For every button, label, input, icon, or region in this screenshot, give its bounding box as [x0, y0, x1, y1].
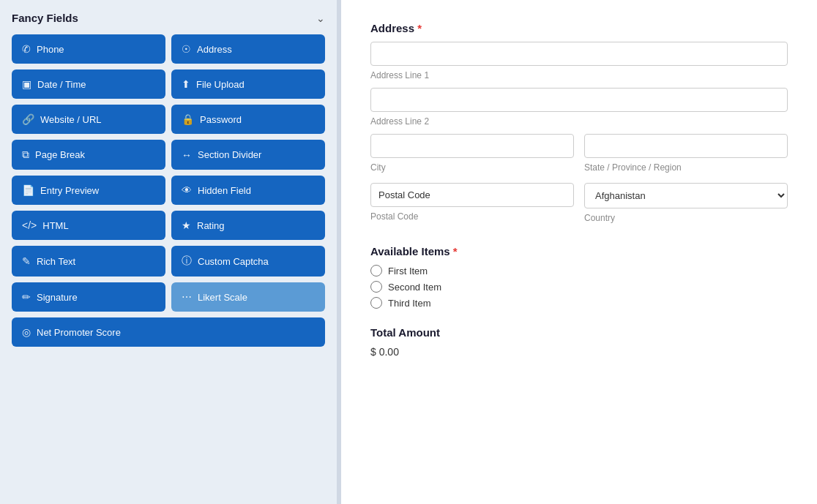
fileupload-icon: ⬆: [182, 78, 190, 90]
fileupload-button[interactable]: ⬆File Upload: [171, 69, 325, 99]
richtext-button[interactable]: ✎Rich Text: [12, 246, 165, 277]
sectiondivider-label: Section Divider: [198, 149, 261, 160]
total-amount-value: $ 0.00: [370, 346, 788, 358]
signature-label: Signature: [37, 292, 78, 303]
phone-icon: ✆: [22, 43, 31, 55]
radio-label-item2: Second Item: [388, 282, 441, 293]
signature-button[interactable]: ✏Signature: [12, 282, 165, 312]
radio-label-item3: Third Item: [388, 298, 431, 309]
pagebreak-button[interactable]: ⧉Page Break: [12, 140, 165, 170]
radio-item-item2: Second Item: [370, 281, 788, 293]
phone-button[interactable]: ✆Phone: [12, 34, 165, 64]
websiteurl-label: Website / URL: [40, 114, 102, 125]
datetime-label: Date / Time: [37, 79, 86, 90]
address-section: Address * Address Line 1 Address Line 2 …: [370, 22, 788, 230]
state-input[interactable]: [584, 134, 788, 158]
entrypreview-label: Entry Preview: [40, 185, 99, 196]
entrypreview-icon: 📄: [22, 184, 34, 196]
hiddenfield-label: Hidden Field: [198, 185, 251, 196]
postal-code-input[interactable]: [370, 183, 574, 207]
fileupload-label: File Upload: [196, 79, 245, 90]
datetime-icon: ▣: [22, 78, 31, 90]
panel-header: Fancy Fields ⌄: [12, 12, 325, 24]
address-label: Address: [197, 44, 232, 55]
entrypreview-button[interactable]: 📄Entry Preview: [12, 176, 165, 205]
fields-grid: ✆Phone☉Address▣Date / Time⬆File Upload🔗W…: [12, 34, 325, 347]
richtext-label: Rich Text: [37, 256, 75, 267]
html-icon: </>: [22, 219, 37, 231]
rating-button[interactable]: ★Rating: [171, 211, 325, 240]
address-line1-input[interactable]: [370, 42, 788, 66]
likertscale-button[interactable]: ⋯Likert Scale: [171, 282, 325, 312]
city-hint: City: [370, 162, 574, 173]
websiteurl-button[interactable]: 🔗Website / URL: [12, 105, 165, 134]
netpromoter-label: Net Promoter Score: [37, 327, 121, 338]
address-line2-hint: Address Line 2: [370, 116, 788, 127]
left-panel: Fancy Fields ⌄ ✆Phone☉Address▣Date / Tim…: [0, 0, 337, 504]
panel-title: Fancy Fields: [12, 12, 78, 24]
state-col: State / Province / Region: [584, 134, 788, 180]
city-input[interactable]: [370, 134, 574, 158]
customcaptcha-icon: ⓘ: [182, 255, 192, 268]
country-col: Afghanistan Albania Algeria United State…: [584, 183, 788, 230]
address-line1-hint: Address Line 1: [370, 70, 788, 80]
country-hint: Country: [584, 213, 788, 223]
radio-item-item3: Third Item: [370, 297, 788, 309]
richtext-icon: ✎: [22, 255, 31, 267]
sectiondivider-button[interactable]: ↔Section Divider: [171, 140, 325, 170]
radio-item3[interactable]: [370, 297, 382, 309]
signature-icon: ✏: [22, 291, 31, 303]
sectiondivider-icon: ↔: [182, 149, 192, 161]
state-hint: State / Province / Region: [584, 162, 788, 173]
likertscale-icon: ⋯: [182, 291, 192, 303]
right-panel: Address * Address Line 1 Address Line 2 …: [341, 0, 817, 504]
html-button[interactable]: </>HTML: [12, 211, 165, 240]
available-required-star: *: [453, 245, 458, 257]
html-label: HTML: [42, 220, 68, 231]
phone-label: Phone: [37, 44, 64, 55]
radio-label-item1: First Item: [388, 266, 428, 277]
customcaptcha-button[interactable]: ⓘCustom Captcha: [171, 246, 325, 277]
city-col: City: [370, 134, 574, 180]
total-amount-section: Total Amount $ 0.00: [370, 326, 788, 358]
customcaptcha-label: Custom Captcha: [198, 256, 269, 267]
hiddenfield-button[interactable]: 👁Hidden Field: [171, 176, 325, 205]
available-items-section: Available Items * First ItemSecond ItemT…: [370, 245, 788, 309]
pagebreak-icon: ⧉: [22, 148, 29, 161]
postal-col: Postal Code: [370, 183, 574, 230]
country-select[interactable]: Afghanistan Albania Algeria United State…: [584, 183, 788, 208]
postal-country-row: Postal Code Afghanistan Albania Algeria …: [370, 183, 788, 230]
address-line2-input[interactable]: [370, 88, 788, 112]
address-button[interactable]: ☉Address: [171, 34, 325, 64]
netpromoter-icon: ◎: [22, 326, 31, 338]
password-icon: 🔒: [182, 113, 194, 125]
address-label: Address *: [370, 22, 788, 34]
city-state-row: City State / Province / Region: [370, 134, 788, 180]
likertscale-label: Likert Scale: [198, 292, 247, 303]
password-button[interactable]: 🔒Password: [171, 105, 325, 134]
chevron-down-icon[interactable]: ⌄: [316, 12, 325, 24]
postal-hint: Postal Code: [370, 211, 574, 222]
rating-label: Rating: [197, 220, 225, 231]
radio-item-item1: First Item: [370, 265, 788, 277]
hiddenfield-icon: 👁: [182, 184, 192, 196]
pagebreak-label: Page Break: [35, 149, 85, 160]
available-items-label: Available Items *: [370, 245, 788, 257]
datetime-button[interactable]: ▣Date / Time: [12, 69, 165, 99]
password-label: Password: [200, 114, 242, 125]
address-icon: ☉: [182, 43, 191, 55]
website-icon: 🔗: [22, 113, 34, 125]
radio-item1[interactable]: [370, 265, 382, 277]
radio-item2[interactable]: [370, 281, 382, 293]
rating-icon: ★: [182, 219, 191, 231]
radio-group: First ItemSecond ItemThird Item: [370, 265, 788, 309]
total-amount-label: Total Amount: [370, 326, 788, 339]
required-star: *: [417, 22, 422, 34]
netpromoter-button[interactable]: ◎Net Promoter Score: [12, 317, 325, 347]
